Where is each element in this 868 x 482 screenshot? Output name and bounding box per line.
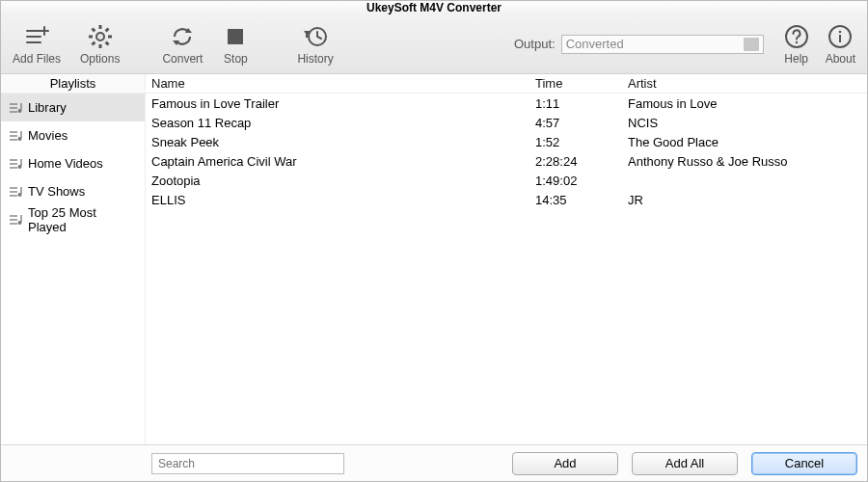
add-files-icon [23, 23, 50, 50]
toolbar: Add Files Options Convert Stop [1, 14, 867, 74]
add-all-button[interactable]: Add All [632, 452, 738, 475]
sidebar-item-label: Home Videos [28, 156, 103, 171]
cancel-button[interactable]: Cancel [751, 452, 857, 475]
sidebar-item-label: Movies [28, 128, 68, 143]
cell-artist: Famous in Love [628, 96, 867, 111]
app-window: UkeySoft M4V Converter Add Files Options [0, 0, 868, 482]
cell-artist: The Good Place [628, 135, 867, 149]
cell-artist: NCIS [628, 116, 867, 130]
sidebar-item-label: TV Shows [28, 184, 85, 199]
svg-rect-16 [228, 29, 243, 44]
history-icon [302, 23, 329, 50]
svg-rect-9 [108, 35, 112, 38]
svg-point-35 [18, 165, 22, 169]
convert-button[interactable]: Convert [162, 23, 203, 66]
playlist-icon [9, 129, 24, 143]
sidebar: Playlists LibraryMoviesHome VideosTV Sho… [1, 74, 146, 444]
cell-time: 1:52 [535, 135, 628, 149]
output-label: Output: [514, 37, 556, 51]
add-files-button[interactable]: Add Files [13, 23, 61, 66]
about-label: About [826, 52, 855, 66]
history-button[interactable]: History [297, 23, 333, 66]
cell-artist: Anthony Russo & Joe Russo [628, 154, 867, 169]
folder-icon[interactable] [744, 38, 759, 51]
cell-name: Captain America Civil War [149, 154, 535, 169]
table-row[interactable]: Zootopia1:49:02 [146, 171, 867, 190]
cell-name: Season 11 Recap [149, 116, 535, 130]
cell-time: 14:35 [535, 193, 628, 207]
sidebar-item[interactable]: TV Shows [1, 177, 145, 205]
convert-label: Convert [162, 52, 203, 66]
add-files-label: Add Files [13, 52, 61, 66]
playlist-icon [9, 185, 24, 199]
cell-artist: JR [628, 193, 867, 207]
add-button[interactable]: Add [512, 452, 618, 475]
cell-name: Famous in Love Trailer [149, 96, 535, 111]
about-button[interactable]: About [826, 23, 855, 66]
cell-time: 4:57 [535, 116, 628, 130]
help-button[interactable]: Help [783, 23, 810, 66]
table-row[interactable]: ELLIS14:35JR [146, 190, 867, 209]
svg-rect-23 [839, 35, 841, 42]
table-row[interactable]: Sneak Peek1:52The Good Place [146, 132, 867, 151]
column-header-name[interactable]: Name [149, 76, 535, 91]
svg-point-39 [18, 193, 22, 197]
stop-label: Stop [224, 52, 248, 66]
sidebar-header: Playlists [1, 74, 145, 94]
footer: Add Add All Cancel [1, 444, 867, 481]
cell-name: Sneak Peek [149, 135, 535, 149]
table-row[interactable]: Famous in Love Trailer1:11Famous in Love [146, 94, 867, 113]
playlist-icon [9, 157, 24, 171]
svg-point-5 [96, 33, 104, 40]
svg-point-22 [839, 30, 842, 33]
info-icon [827, 23, 854, 50]
column-header-artist[interactable]: Artist [628, 76, 867, 91]
help-icon [783, 23, 810, 50]
list-header: Name Time Artist [146, 74, 867, 94]
sidebar-item[interactable]: Movies [1, 121, 145, 149]
stop-button[interactable]: Stop [222, 23, 249, 66]
svg-rect-7 [98, 44, 101, 48]
table-row[interactable]: Captain America Civil War2:28:24Anthony … [146, 151, 867, 171]
sidebar-item-label: Library [28, 100, 67, 115]
output-group: Output: Converted [514, 35, 764, 54]
gear-icon [87, 23, 114, 50]
cell-name: ELLIS [149, 193, 535, 207]
sidebar-item[interactable]: Top 25 Most Played [1, 205, 145, 233]
svg-rect-13 [104, 40, 109, 45]
sidebar-item[interactable]: Library [1, 94, 145, 121]
output-path-value: Converted [566, 37, 624, 51]
stop-icon [222, 23, 249, 50]
cell-name: Zootopia [149, 174, 535, 188]
cell-time: 1:49:02 [535, 174, 628, 188]
options-button[interactable]: Options [80, 23, 120, 66]
playlist-icon [9, 213, 24, 227]
list-area: Name Time Artist Famous in Love Trailer1… [146, 74, 867, 444]
sidebar-item-label: Top 25 Most Played [28, 205, 137, 234]
output-path-field[interactable]: Converted [561, 35, 764, 54]
svg-point-20 [795, 40, 797, 42]
list-rows: Famous in Love Trailer1:11Famous in Love… [146, 94, 867, 444]
playlist-icon [9, 101, 24, 115]
refresh-icon [169, 23, 196, 50]
column-header-time[interactable]: Time [535, 76, 628, 91]
sidebar-item[interactable]: Home Videos [1, 149, 145, 177]
svg-rect-12 [91, 27, 95, 32]
svg-rect-6 [98, 25, 101, 29]
svg-point-43 [18, 221, 22, 225]
window-title: UkeySoft M4V Converter [1, 1, 867, 14]
svg-rect-10 [104, 27, 109, 32]
svg-point-31 [18, 137, 22, 141]
history-label: History [297, 52, 333, 66]
options-label: Options [80, 52, 120, 66]
svg-rect-11 [91, 40, 95, 45]
help-label: Help [784, 52, 808, 66]
cell-time: 1:11 [535, 96, 628, 111]
search-input[interactable] [151, 453, 344, 474]
cell-time: 2:28:24 [535, 154, 628, 169]
svg-rect-8 [89, 35, 93, 38]
table-row[interactable]: Season 11 Recap4:57NCIS [146, 113, 867, 132]
svg-point-27 [18, 109, 22, 113]
